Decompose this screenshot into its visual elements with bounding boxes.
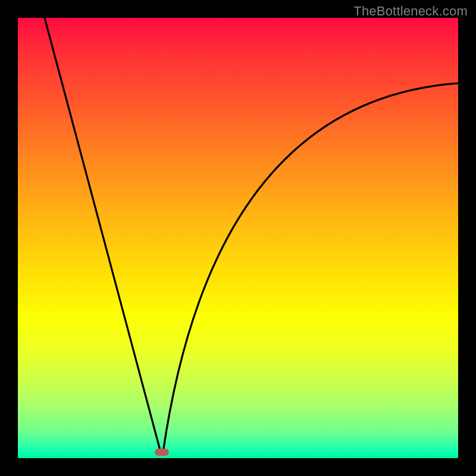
curve-right-branch (163, 83, 458, 452)
bottleneck-curve (18, 18, 458, 458)
minimum-marker (155, 449, 169, 456)
curve-left-branch (45, 18, 161, 452)
watermark-text: TheBottleneck.com (353, 4, 468, 19)
chart-plot-area (18, 18, 458, 458)
